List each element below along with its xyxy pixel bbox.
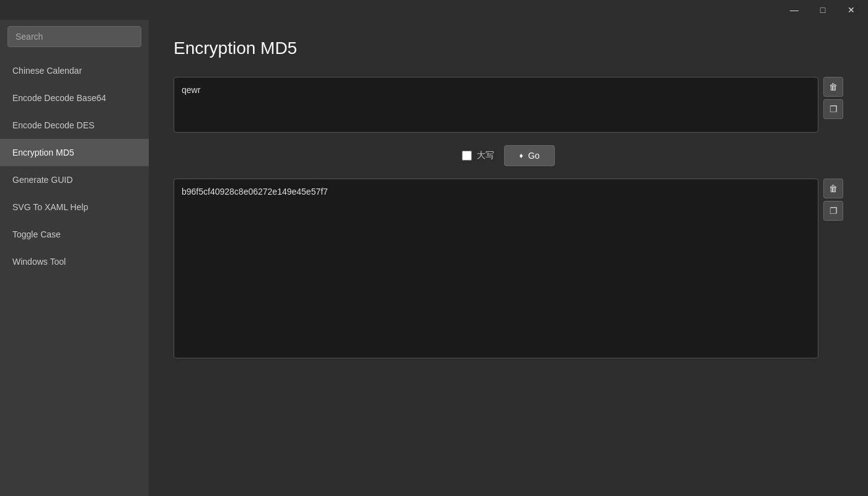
uppercase-label: 大写	[477, 150, 494, 161]
input-textarea[interactable]	[174, 77, 818, 133]
go-button[interactable]: ♦ Go	[504, 145, 556, 166]
title-bar: — □ ✕	[0, 0, 868, 20]
output-side-buttons: 🗑 ❐	[823, 179, 843, 221]
copy-icon: ❐	[830, 104, 838, 114]
sidebar: Chinese CalendarEncode Decode Base64Enco…	[0, 20, 149, 496]
output-copy-icon: ❐	[830, 206, 838, 216]
sidebar-item-chinese-calendar[interactable]: Chinese Calendar	[0, 57, 149, 84]
close-button[interactable]: ✕	[837, 0, 866, 20]
sidebar-item-toggle-case[interactable]: Toggle Case	[0, 221, 149, 248]
page-title: Encryption MD5	[174, 38, 843, 58]
minimize-button[interactable]: —	[780, 0, 808, 20]
input-delete-button[interactable]: 🗑	[823, 77, 843, 97]
sidebar-item-encode-decode-base64[interactable]: Encode Decode Base64	[0, 84, 149, 112]
go-button-label: Go	[528, 151, 540, 161]
controls-row: 大写 ♦ Go	[174, 145, 843, 166]
sidebar-item-encryption-md5[interactable]: Encryption MD5	[0, 139, 149, 166]
app-container: Chinese CalendarEncode Decode Base64Enco…	[0, 20, 868, 496]
sidebar-item-generate-guid[interactable]: Generate GUID	[0, 166, 149, 193]
nav-list: Chinese CalendarEncode Decode Base64Enco…	[0, 57, 149, 275]
uppercase-checkbox-label[interactable]: 大写	[462, 150, 494, 161]
go-button-icon: ♦	[520, 151, 523, 160]
uppercase-checkbox[interactable]	[462, 151, 472, 161]
output-delete-icon: 🗑	[829, 184, 838, 193]
input-copy-button[interactable]: ❐	[823, 99, 843, 119]
output-area: 🗑 ❐	[174, 179, 843, 358]
input-side-buttons: 🗑 ❐	[823, 77, 843, 119]
delete-icon: 🗑	[829, 82, 838, 92]
maximize-button[interactable]: □	[808, 0, 837, 20]
sidebar-item-svg-to-xaml-help[interactable]: SVG To XAML Help	[0, 193, 149, 221]
sidebar-item-windows-tool[interactable]: Windows Tool	[0, 248, 149, 275]
output-textarea[interactable]	[174, 179, 818, 358]
output-copy-button[interactable]: ❐	[823, 201, 843, 221]
search-input[interactable]	[7, 26, 141, 47]
main-content: Encryption MD5 🗑 ❐ 大写 ♦ Go	[149, 20, 868, 496]
sidebar-item-encode-decode-des[interactable]: Encode Decode DES	[0, 112, 149, 139]
input-area: 🗑 ❐	[174, 77, 843, 133]
output-delete-button[interactable]: 🗑	[823, 179, 843, 198]
